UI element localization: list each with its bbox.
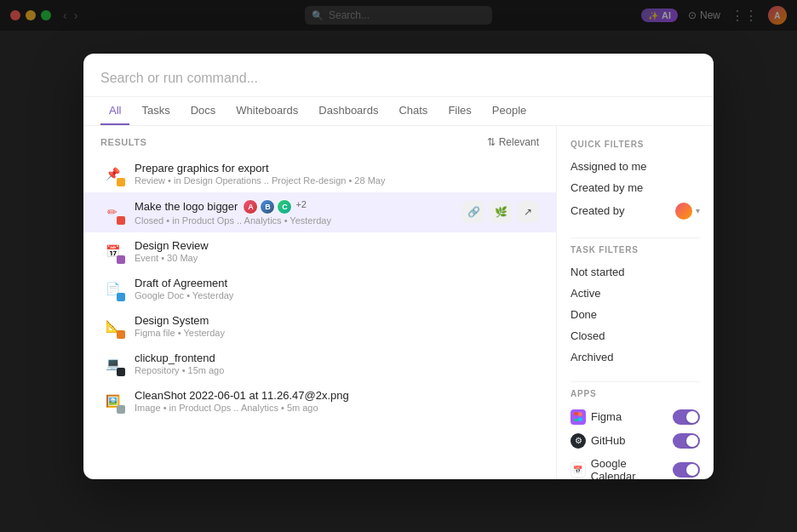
result-title: Design Review	[135, 239, 539, 252]
task-filters-section: TASK FILTERS Not started Active Done Clo…	[571, 245, 700, 368]
filter-avatar	[675, 203, 692, 220]
task-filters-title: TASK FILTERS	[571, 245, 700, 255]
result-content: Design System Figma file • Yesterday	[135, 314, 539, 338]
sort-button[interactable]: ⇅ Relevant	[487, 136, 539, 148]
filter-not-started[interactable]: Not started	[571, 261, 700, 283]
result-title: Design System	[135, 314, 539, 327]
google-calendar-toggle[interactable]	[673, 462, 700, 478]
tab-tasks[interactable]: Tasks	[133, 97, 178, 125]
filter-assigned-to-me[interactable]: Assigned to me	[571, 156, 700, 177]
result-title: Prepare graphics for export	[135, 162, 539, 174]
tab-chats[interactable]: Chats	[390, 97, 436, 125]
result-item[interactable]: ✏ Make the logo bigger A B C +2	[83, 192, 556, 232]
app-figma[interactable]: Figma	[571, 405, 700, 429]
result-content: CleanShot 2022-06-01 at 11.26.47@2x.png …	[135, 389, 539, 413]
tab-people[interactable]: People	[484, 97, 535, 125]
avatar: C	[277, 199, 292, 215]
quick-filters-section: QUICK FILTERS Assigned to me Created by …	[571, 140, 700, 224]
avatar: A	[243, 199, 258, 215]
tab-docs[interactable]: Docs	[182, 97, 225, 125]
results-header: RESULTS ⇅ Relevant	[83, 136, 556, 155]
result-subtitle: Image • in Product Ops .. Analytics • 5m…	[135, 403, 539, 413]
result-subtitle: Figma file • Yesterday	[135, 328, 539, 338]
results-label: RESULTS	[100, 137, 146, 147]
filter-closed[interactable]: Closed	[571, 325, 700, 346]
result-subtitle: Event • 30 May	[135, 253, 539, 263]
assign-action-button[interactable]: 🌿	[490, 201, 512, 223]
result-item[interactable]: 💻 clickup_frontend Repository • 15m ago	[83, 345, 556, 382]
result-subtitle: Repository • 15m ago	[135, 365, 539, 375]
chevron-down-icon: ▾	[696, 206, 700, 215]
open-action-button[interactable]: ↗	[517, 201, 539, 223]
result-subtitle: Review • in Design Operations .. Project…	[135, 175, 539, 186]
result-icon: ✏	[100, 200, 124, 224]
result-title: clickup_frontend	[135, 352, 539, 364]
result-avatars: A B C +2	[243, 199, 308, 215]
result-icon: 💻	[100, 352, 124, 375]
result-title: Draft of Agreement	[135, 277, 539, 289]
filter-done[interactable]: Done	[571, 304, 700, 325]
quick-filters-title: QUICK FILTERS	[571, 140, 700, 149]
result-item[interactable]: 📅 Design Review Event • 30 May	[83, 232, 556, 270]
tab-all[interactable]: All	[100, 97, 129, 125]
result-icon: 📅	[100, 239, 124, 263]
result-icon: 🖼️	[100, 389, 124, 413]
modal-tabs: All Tasks Docs Whiteboards Dashboards Ch…	[83, 97, 714, 126]
command-modal: All Tasks Docs Whiteboards Dashboards Ch…	[83, 54, 714, 479]
filter-archived[interactable]: Archived	[571, 346, 700, 368]
result-content: Draft of Agreement Google Doc • Yesterda…	[135, 277, 539, 300]
figma-toggle[interactable]	[673, 409, 700, 425]
svg-rect-4	[574, 415, 578, 419]
github-icon: ⚙	[571, 433, 586, 449]
modal-overlay: All Tasks Docs Whiteboards Dashboards Ch…	[0, 0, 797, 532]
results-panel: RESULTS ⇅ Relevant 📌 Prepare graphics fo…	[83, 126, 556, 479]
app-google-calendar[interactable]: 📅 Google Calendar	[571, 453, 700, 479]
github-toggle[interactable]	[673, 433, 700, 449]
result-icon: 📐	[100, 314, 124, 338]
result-title: Make the logo bigger	[135, 200, 238, 213]
result-content: Make the logo bigger A B C +2 Closed • i…	[135, 199, 452, 226]
divider	[571, 237, 700, 238]
link-action-button[interactable]: 🔗	[462, 201, 485, 223]
result-item[interactable]: 🖼️ CleanShot 2022-06-01 at 11.26.47@2x.p…	[83, 382, 556, 420]
extra-count: +2	[294, 199, 308, 215]
figma-icon	[571, 409, 586, 425]
filters-panel: QUICK FILTERS Assigned to me Created by …	[556, 126, 714, 479]
modal-body: RESULTS ⇅ Relevant 📌 Prepare graphics fo…	[83, 126, 714, 479]
tab-dashboards[interactable]: Dashboards	[310, 97, 387, 125]
filter-created-by[interactable]: Created by ▾	[571, 198, 700, 224]
divider	[571, 381, 700, 382]
filter-created-by-me[interactable]: Created by me	[571, 177, 700, 198]
result-content: Design Review Event • 30 May	[135, 239, 539, 263]
tab-whiteboards[interactable]: Whiteboards	[227, 97, 307, 125]
result-subtitle: Google Doc • Yesterday	[135, 290, 539, 300]
sort-label: Relevant	[499, 136, 539, 148]
command-search-input[interactable]	[100, 71, 697, 86]
avatar: B	[260, 199, 275, 215]
svg-rect-1	[578, 412, 582, 416]
result-icon: 📌	[100, 162, 124, 186]
result-actions: 🔗 🌿 ↗	[462, 201, 539, 223]
filter-active[interactable]: Active	[571, 283, 700, 304]
result-subtitle: Closed • in Product Ops .. Analytics • Y…	[135, 215, 452, 226]
apps-section: APPS	[571, 389, 700, 479]
tab-files[interactable]: Files	[439, 97, 479, 125]
google-calendar-icon: 📅	[571, 462, 586, 478]
svg-point-3	[578, 417, 582, 421]
filter-created-by-right: ▾	[675, 203, 700, 220]
modal-search-area	[83, 54, 714, 97]
result-icon: 📄	[100, 277, 124, 300]
app-github[interactable]: ⚙ GitHub	[571, 429, 700, 453]
sort-icon: ⇅	[487, 136, 496, 148]
result-item[interactable]: 📌 Prepare graphics for export Review • i…	[83, 155, 556, 192]
result-title: CleanShot 2022-06-01 at 11.26.47@2x.png	[135, 389, 539, 402]
result-content: Prepare graphics for export Review • in …	[135, 162, 539, 186]
result-content: clickup_frontend Repository • 15m ago	[135, 352, 539, 375]
result-item[interactable]: 📄 Draft of Agreement Google Doc • Yester…	[83, 270, 556, 307]
result-item[interactable]: 📐 Design System Figma file • Yesterday	[83, 307, 556, 345]
apps-title: APPS	[571, 389, 700, 398]
